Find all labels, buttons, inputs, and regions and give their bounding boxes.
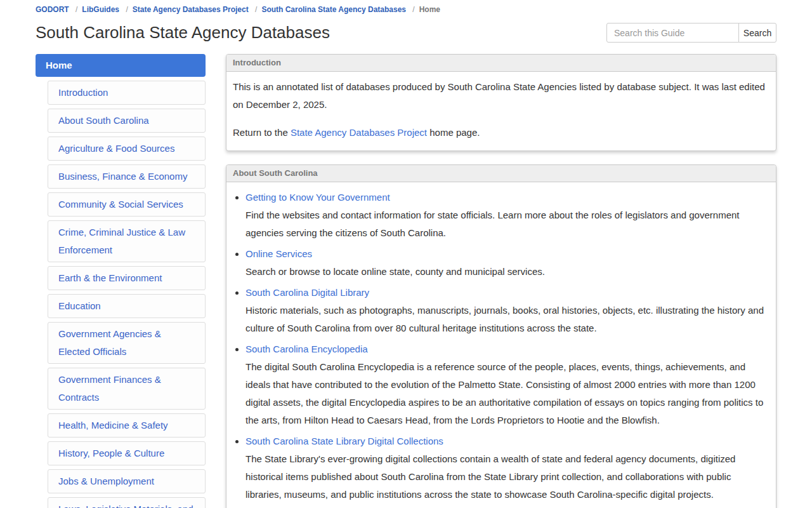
database-description: Find the websites and contact informatio…	[246, 206, 769, 242]
sidebar-item[interactable]: Crime, Criminal Justice & Law Enforcemen…	[48, 220, 206, 262]
panel-about-header: About South Carolina	[226, 165, 776, 182]
sidebar-item[interactable]: Agriculture & Food Sources	[48, 137, 206, 161]
sidebar-item[interactable]: Business, Finance & Economy	[48, 164, 206, 189]
sidebar-nav: Home Introduction About South Carolina A…	[36, 54, 206, 508]
sidebar-item[interactable]: Earth & the Environment	[48, 266, 206, 290]
sidebar-item[interactable]: Jobs & Unemployment	[48, 469, 206, 493]
content-row: Home Introduction About South Carolina A…	[36, 54, 776, 508]
sidebar-sub-list: Introduction About South Carolina Agricu…	[48, 81, 206, 508]
database-link[interactable]: Getting to Know Your Government	[246, 192, 390, 203]
database-link[interactable]: South Carolina Encyclopedia	[246, 344, 368, 354]
sidebar-item[interactable]: Government Finances & Contracts	[48, 368, 206, 410]
breadcrumb-separator: /	[412, 5, 414, 14]
search-input[interactable]	[606, 23, 739, 43]
breadcrumb-link[interactable]: South Carolina State Agency Databases	[261, 5, 406, 14]
project-home-link[interactable]: State Agency Databases Project	[291, 127, 427, 138]
database-description: Historic materials, such as photographs,…	[246, 302, 769, 337]
sidebar-item[interactable]: Community & Social Services	[48, 192, 206, 217]
breadcrumb-item: /South Carolina State Agency Databases	[251, 5, 406, 14]
database-link[interactable]: Online Services	[246, 248, 312, 259]
panel-introduction-header: Introduction	[226, 55, 776, 72]
database-description: The State Library's ever-growing digital…	[246, 450, 769, 504]
breadcrumb-item: /State Agency Databases Project	[121, 5, 248, 14]
main-content: Introduction This is an annotated list o…	[226, 54, 776, 508]
breadcrumb-current: Home	[419, 5, 440, 14]
panel-about-body: Getting to Know Your Government Find the…	[226, 182, 776, 508]
breadcrumb-separator: /	[126, 5, 128, 14]
database-description: The digital South Carolina Encyclopedia …	[246, 358, 769, 429]
sidebar-item[interactable]: Education	[48, 294, 206, 318]
sidebar-item[interactable]: Introduction	[48, 81, 206, 105]
breadcrumb: /GODORT /LibGuides /State Agency Databas…	[36, 5, 776, 14]
breadcrumb-item: /LibGuides	[71, 5, 119, 14]
database-list-item: South Carolina Digital Library Historic …	[246, 284, 769, 337]
database-list-item: South Carolina Encyclopedia The digital …	[246, 340, 769, 429]
sidebar-item[interactable]: Health, Medicine & Safety	[48, 413, 206, 438]
breadcrumb-separator: /	[75, 5, 77, 14]
database-list: Getting to Know Your Government Find the…	[233, 189, 769, 504]
guide-search: Search	[606, 23, 776, 43]
database-link[interactable]: South Carolina Digital Library	[246, 287, 369, 298]
page: /GODORT /LibGuides /State Agency Databas…	[0, 0, 812, 508]
database-list-item: South Carolina State Library Digital Col…	[246, 432, 769, 504]
breadcrumb-link[interactable]: State Agency Databases Project	[133, 5, 249, 14]
header-row: South Carolina State Agency Databases Se…	[36, 22, 776, 43]
breadcrumb-item: /Home	[408, 5, 440, 14]
page-title: South Carolina State Agency Databases	[36, 23, 330, 42]
breadcrumb-link[interactable]: GODORT	[36, 5, 69, 14]
breadcrumb-separator: /	[255, 5, 257, 14]
sidebar-item[interactable]: Laws, Legislative Materials, and Legal I…	[48, 497, 206, 508]
breadcrumb-item: /GODORT	[36, 5, 69, 14]
sidebar-item-home[interactable]: Home	[36, 54, 206, 77]
sidebar-item[interactable]: About South Carolina	[48, 109, 206, 133]
intro-return-paragraph: Return to the State Agency Databases Pro…	[233, 124, 769, 142]
database-link[interactable]: South Carolina State Library Digital Col…	[246, 436, 443, 446]
panel-introduction-body: This is an annotated list of databases p…	[226, 72, 776, 150]
sidebar-item[interactable]: Government Agencies & Elected Officials	[48, 322, 206, 364]
panel-introduction: Introduction This is an annotated list o…	[226, 54, 776, 151]
database-list-item: Online Services Search or browse to loca…	[246, 245, 769, 281]
breadcrumb-link[interactable]: LibGuides	[82, 5, 119, 14]
intro-return-prefix: Return to the	[233, 127, 291, 138]
intro-paragraph: This is an annotated list of databases p…	[233, 78, 769, 114]
sidebar-item[interactable]: History, People & Culture	[48, 441, 206, 465]
intro-return-suffix: home page.	[427, 127, 480, 138]
search-button[interactable]: Search	[738, 23, 776, 43]
database-list-item: Getting to Know Your Government Find the…	[246, 189, 769, 242]
panel-about-south-carolina: About South Carolina Getting to Know You…	[226, 164, 776, 508]
database-description: Search or browse to locate online state,…	[246, 263, 769, 281]
